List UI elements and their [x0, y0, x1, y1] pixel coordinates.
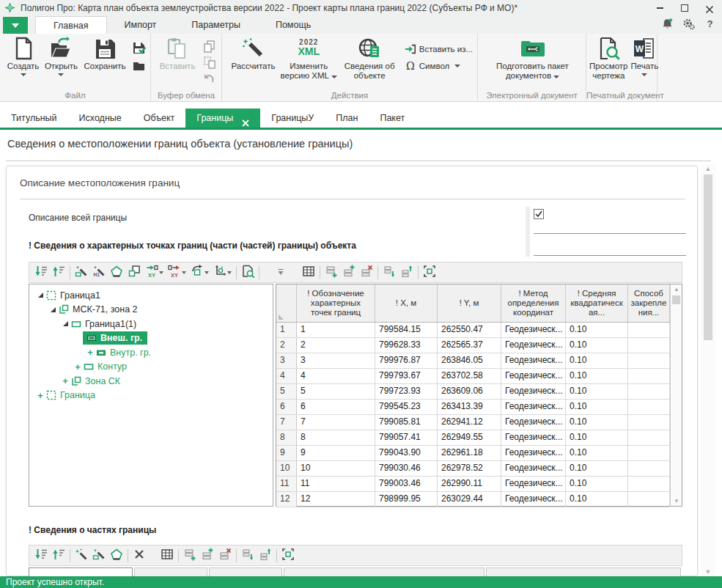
change-xml-version-button[interactable]: 2022 XML Изменить версию XML — [279, 37, 339, 81]
expander-plus-icon[interactable]: + — [60, 376, 70, 386]
paste-from-button[interactable]: Вставить из... — [405, 43, 473, 55]
expander-plus-icon[interactable]: + — [85, 348, 95, 357]
table-cell[interactable]: 0.10 — [566, 477, 628, 491]
column-header[interactable]: ! Метод определения координат — [501, 284, 566, 322]
table-cell[interactable] — [628, 430, 670, 445]
scroll-up-icon[interactable]: ▲ — [671, 286, 682, 293]
tree-item-Граница1(1)[interactable]: Граница1(1) — [29, 317, 273, 331]
row-up-button[interactable] — [257, 547, 274, 565]
table-cell[interactable]: Геодезическ... — [501, 446, 566, 460]
table-cell[interactable]: 0.10 — [566, 461, 628, 476]
pentagon-button[interactable] — [108, 547, 125, 565]
table-cell[interactable]: Геодезическ... — [501, 353, 566, 368]
tree-item-МСК-71, зона 2[interactable]: МСК-71, зона 2 — [29, 303, 273, 317]
x-button[interactable] — [130, 547, 148, 565]
row-number[interactable]: 6 — [276, 400, 297, 414]
pentagon-button[interactable] — [108, 264, 125, 282]
doc-tab-Границы[interactable]: Границы — [185, 109, 260, 128]
save-button[interactable]: Сохранить — [82, 37, 128, 76]
renum-up-button[interactable] — [50, 547, 67, 565]
expander-open-icon[interactable] — [60, 321, 70, 326]
doc-tab-Объект[interactable]: Объект — [133, 109, 186, 128]
table-cell[interactable]: Геодезическ... — [501, 384, 566, 399]
table-cell[interactable]: Геодезическ... — [501, 323, 566, 337]
table-cell[interactable]: Геодезическ... — [501, 415, 566, 430]
row-ins1-button[interactable] — [181, 547, 199, 565]
table-cell[interactable]: Геодезическ... — [501, 477, 566, 491]
table-cell[interactable] — [628, 338, 670, 353]
table-cell[interactable]: 262978.52 — [438, 461, 501, 476]
ribbon-tab-Параметры[interactable]: Параметры — [174, 16, 258, 34]
table-cell[interactable]: 0.10 — [566, 369, 628, 383]
paste-special-button[interactable] — [202, 56, 216, 70]
wand-rect-button[interactable] — [90, 547, 108, 565]
table-cell[interactable] — [628, 400, 670, 414]
table-cell[interactable]: Геодезическ... — [501, 338, 566, 353]
close-tab-icon[interactable] — [242, 114, 249, 122]
open-button[interactable]: Открыть — [43, 37, 79, 76]
doc-tab-ГраницыУ[interactable]: ГраницыУ — [260, 109, 325, 128]
table-cell[interactable]: 799723.93 — [375, 384, 438, 399]
rotate-button[interactable] — [188, 264, 211, 282]
axis-button[interactable]: x — [211, 264, 234, 282]
renum-up-button[interactable] — [50, 264, 67, 282]
table-cell[interactable]: 263846.05 — [438, 353, 501, 368]
table-cell[interactable]: 262990.11 — [438, 477, 501, 491]
table-cell[interactable]: 799584.15 — [375, 323, 438, 337]
table-cell[interactable]: 0.10 — [566, 415, 628, 430]
doc-tab-Титульный[interactable]: Титульный — [0, 109, 68, 128]
tree-item-Контур[interactable]: +Контур — [29, 360, 273, 375]
table-cell[interactable]: 6 — [297, 400, 375, 414]
row-ins1-button[interactable] — [323, 264, 340, 282]
settings-gear-icon[interactable] — [682, 18, 695, 30]
row-number[interactable]: 3 — [276, 353, 297, 368]
row-number[interactable]: 5 — [276, 384, 297, 399]
table-cell[interactable]: 798999.95 — [375, 492, 438, 507]
scroll-up-icon[interactable]: ▲ — [701, 165, 715, 172]
parts-cell[interactable] — [209, 567, 282, 576]
close-button[interactable] — [704, 3, 715, 13]
prepare-package-button[interactable]: Подготовить пакет документов — [484, 37, 581, 81]
row-number[interactable]: 2 — [276, 338, 297, 353]
recent-folder-button[interactable] — [132, 59, 146, 73]
tree-item-Внутр. гр.[interactable]: +Внутр. гр. — [29, 345, 273, 360]
whole-boundary-checkbox[interactable] — [534, 209, 544, 219]
table-cell[interactable]: 3 — [297, 353, 375, 368]
table-cell[interactable]: 2 — [297, 338, 375, 353]
table-cell[interactable] — [628, 415, 670, 430]
row-down-button[interactable] — [380, 264, 398, 282]
doc-tab-Пакет[interactable]: Пакет — [369, 109, 416, 128]
table-cell[interactable]: 7 — [297, 415, 375, 430]
row-number[interactable]: 10 — [276, 461, 297, 476]
table-cell[interactable] — [628, 492, 670, 507]
scroll-down-icon[interactable]: ▼ — [701, 568, 715, 576]
notifications-bell-icon[interactable] — [661, 18, 674, 30]
row-del-button[interactable] — [358, 264, 375, 282]
table-cell[interactable]: 263702.58 — [438, 369, 501, 383]
table-cell[interactable]: Геодезическ... — [501, 461, 566, 476]
undo-button[interactable] — [202, 72, 216, 86]
table-cell[interactable] — [628, 446, 670, 460]
save-as-button[interactable] — [132, 41, 146, 55]
table-cell[interactable] — [628, 323, 670, 337]
tree-item-Зона СК[interactable]: +Зона СК — [29, 374, 273, 389]
print-button[interactable]: W Печать — [631, 37, 659, 81]
row-number[interactable]: 7 — [276, 415, 297, 430]
renum-down-button[interactable] — [32, 547, 50, 565]
wand-button[interactable] — [73, 547, 90, 565]
table-cell[interactable]: Геодезическ... — [501, 492, 566, 507]
table-cell[interactable]: 0.10 — [566, 446, 628, 460]
expander-plus-icon[interactable]: + — [35, 391, 45, 400]
table-cell[interactable]: 8 — [297, 430, 375, 445]
ribbon-tab-Импорт[interactable]: Импорт — [107, 16, 174, 34]
table-cell[interactable]: Геодезическ... — [501, 369, 566, 383]
table-cell[interactable]: 4 — [297, 369, 375, 383]
table-cell[interactable]: 799793.67 — [375, 369, 438, 383]
table-cell[interactable] — [628, 353, 670, 368]
column-header[interactable]: ! Средняя квадратическая... — [566, 284, 628, 322]
tree-item-Внеш. гр.[interactable]: Внеш. гр. — [29, 331, 273, 346]
minimize-button[interactable] — [655, 3, 665, 13]
parts-cell[interactable] — [486, 567, 681, 576]
export-xy-button[interactable]: XY — [166, 264, 188, 282]
table-cell[interactable]: 262550.47 — [438, 323, 501, 337]
